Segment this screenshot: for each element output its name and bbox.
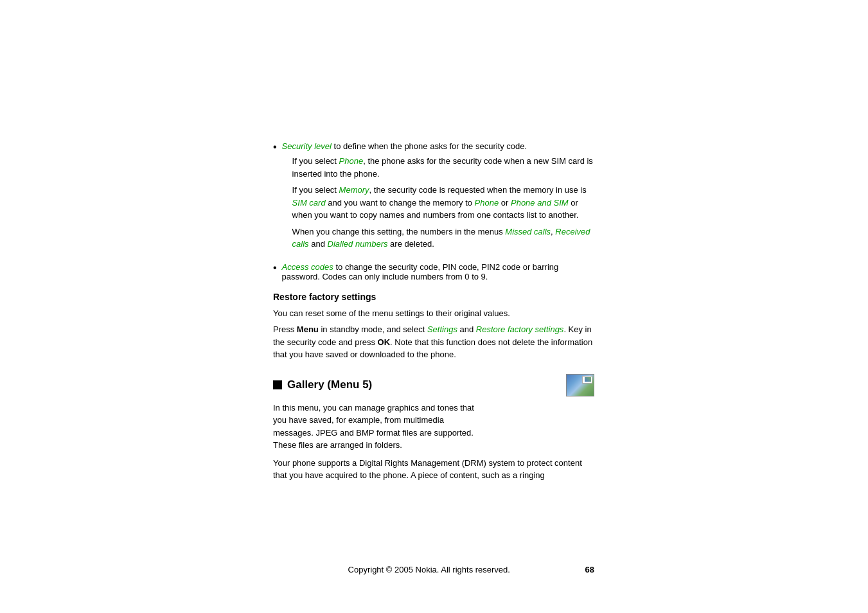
restore-ok-bold: OK (378, 337, 391, 347)
restore-section: Restore factory settings You can reset s… (273, 292, 594, 361)
sub-para-2: If you select Memory, the security code … (292, 184, 594, 222)
restore-menu-bold: Menu (297, 324, 319, 334)
bullet-dot-1: • (273, 142, 277, 152)
sub3-mid2: and (309, 239, 328, 249)
sub2-memory-term: Memory (339, 185, 369, 195)
security-level-term: Security level (282, 141, 332, 151)
footer-copyright: Copyright © 2005 Nokia. All rights reser… (273, 565, 585, 574)
restore-mid: in standby mode, and select (319, 324, 427, 334)
bullet-list: • Security level to define when the phon… (273, 141, 594, 281)
gallery-section: Gallery (Menu 5) In this menu, you can m… (273, 374, 594, 482)
gallery-black-square-icon (273, 380, 282, 389)
sub-para-3: When you change this setting, the number… (292, 226, 594, 251)
sub2-phonesim-term: Phone and SIM (511, 198, 569, 208)
gallery-thumbnail-icon (566, 374, 594, 396)
access-codes-term: Access codes (282, 262, 333, 272)
page: • Security level to define when the phon… (0, 0, 868, 613)
restore-heading: Restore factory settings (273, 292, 594, 302)
sub1-phone-term: Phone (339, 156, 364, 166)
restore-settings-green: Settings (427, 324, 457, 334)
sub-para-1: If you select Phone, the phone asks for … (292, 155, 594, 180)
sub2-mid2: and you want to change the memory to (326, 198, 475, 208)
sub3-start: When you change this setting, the number… (292, 227, 506, 236)
bullet-content-2: Access codes to change the security code… (282, 262, 594, 281)
content-area: • Security level to define when the phon… (273, 141, 594, 495)
gallery-image (566, 374, 594, 396)
sub2-mid: , the security code is requested when th… (369, 185, 587, 195)
gallery-heading: Gallery (Menu 5) (273, 374, 594, 396)
sub2-start: If you select (292, 185, 339, 195)
restore-para2: Press Menu in standby mode, and select S… (273, 323, 594, 361)
restore-press-label: Press (273, 324, 297, 334)
gallery-icon-container (566, 374, 594, 396)
sub3-end: are deleted. (387, 239, 434, 249)
restore-mid2: and (457, 324, 476, 334)
restore-para1: You can reset some of the menu settings … (273, 307, 594, 320)
bullet-dot-2: • (273, 263, 277, 273)
bullet-content-1: Security level to define when the phone … (282, 141, 594, 254)
sub-paragraphs: If you select Phone, the phone asks for … (282, 155, 594, 251)
sub2-phone-term: Phone (475, 198, 499, 208)
sub2-mid3: or (499, 198, 511, 208)
gallery-title-text: Gallery (Menu 5) (287, 378, 372, 391)
sub3-dialled-term: Dialled numbers (328, 239, 388, 249)
bullet-item-access: • Access codes to change the security co… (273, 262, 594, 281)
gallery-para1: In this menu, you can manage graphics an… (273, 402, 479, 452)
sub3-missed-term: Missed calls (505, 227, 551, 236)
bullet-item-security: • Security level to define when the phon… (273, 141, 594, 254)
footer-page-number: 68 (585, 565, 594, 574)
sub1-start: If you select (292, 156, 339, 166)
restore-factory-green: Restore factory settings (476, 324, 564, 334)
sub2-simcard-term: SIM card (292, 198, 326, 208)
gallery-para2: Your phone supports a Digital Rights Man… (273, 457, 594, 482)
security-level-text: to define when the phone asks for the se… (332, 141, 527, 151)
page-footer: Copyright © 2005 Nokia. All rights reser… (273, 565, 594, 574)
